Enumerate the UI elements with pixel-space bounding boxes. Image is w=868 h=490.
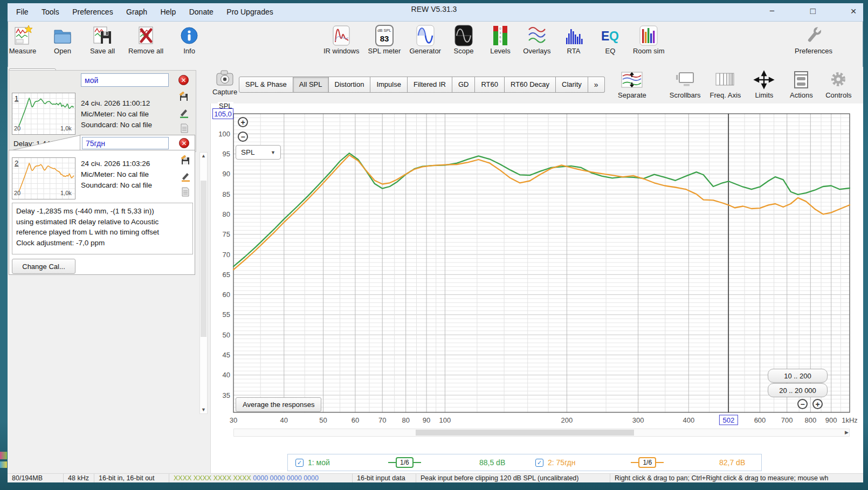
menu-donate[interactable]: Donate (184, 3, 219, 20)
trace-1-smoothing-badge[interactable]: 1/6 (388, 457, 421, 468)
measurement-1-soundcard: Soundcard: No cal file (81, 120, 152, 130)
eq-button[interactable]: EQ EQ (596, 25, 624, 55)
room-sim-button[interactable]: Room sim (633, 25, 665, 55)
menu-tools[interactable]: Tools (36, 3, 65, 20)
levels-icon: 0369 (488, 25, 513, 46)
actions-button[interactable]: Actions (787, 69, 815, 99)
measurement-2-number: 2 (15, 159, 18, 167)
svg-text:100: 100 (439, 416, 451, 424)
y-zoom-out-button[interactable]: − (238, 132, 248, 142)
scrollbars-button[interactable]: Scrollbars (670, 69, 701, 99)
freq-axis-button[interactable]: Freq. Axis (710, 69, 741, 99)
measure-button[interactable]: Measure (9, 25, 37, 55)
menu-pro-upgrades[interactable]: Pro Upgrades (221, 3, 278, 20)
button-label: Actions (790, 91, 813, 99)
save-all-button[interactable]: Save all (88, 25, 116, 55)
y-zoom-in-button[interactable]: + (238, 117, 248, 127)
scroll-down-icon[interactable]: ▼ (200, 406, 207, 413)
minimize-button[interactable]: − (760, 3, 784, 19)
graph-tabs: SPL & Phase All SPL Distortion Impulse F… (239, 77, 605, 93)
chart-scrollbar-thumb[interactable] (416, 430, 634, 436)
measurement-1-delete-button[interactable]: ✕ (178, 75, 189, 85)
x-zoom-in-button[interactable]: + (812, 399, 823, 409)
info-button[interactable]: Info (175, 25, 203, 55)
chart-horizontal-scrollbar[interactable] (233, 429, 850, 437)
trace-2-checkbox[interactable]: ✓ (535, 459, 543, 467)
trace-2-label: 2: 75гдн (548, 458, 576, 467)
tabs-overflow-button[interactable]: » (588, 77, 605, 93)
remove-all-button[interactable]: Remove all (128, 25, 163, 55)
capture-button[interactable]: Capture (211, 69, 239, 96)
svg-text:40: 40 (280, 416, 288, 424)
tab-clarity[interactable]: Clarity (556, 77, 588, 93)
tab-rt60[interactable]: RT60 (475, 77, 505, 93)
tab-filtered-ir[interactable]: Filtered IR (408, 77, 452, 93)
toolbar-label: Scope (454, 47, 474, 55)
tab-all-spl[interactable]: All SPL (293, 77, 329, 93)
close-button[interactable]: × (842, 3, 865, 19)
open-button[interactable]: Open (49, 25, 77, 55)
tab-spl-phase[interactable]: SPL & Phase (239, 77, 293, 93)
y-axis-max-input[interactable]: 105,0 (212, 108, 233, 119)
preferences-button[interactable]: Preferences (795, 25, 832, 55)
rta-button[interactable]: RTA (560, 25, 588, 55)
menu-file[interactable]: File (11, 3, 34, 20)
panel-scrollbar-thumb[interactable] (201, 181, 206, 337)
menu-help[interactable]: Help (155, 3, 181, 20)
svg-text:55: 55 (223, 310, 230, 319)
input-bits-zero: 0000 0000 0000 0000 (251, 474, 319, 482)
spl-meter-button[interactable]: dB SPL83 SPL meter (368, 25, 401, 55)
freq-range-20-20000-button[interactable]: 20 .. 20 000 (768, 383, 828, 397)
limits-button[interactable]: Limits (750, 69, 778, 99)
measurement-2-notes-icon[interactable] (180, 187, 191, 197)
measure-icon (10, 25, 35, 46)
measurement-1-notes-icon[interactable] (179, 123, 190, 134)
ir-windows-button[interactable]: IR windows (323, 25, 359, 55)
trace-type-dropdown[interactable]: SPL ▼ (236, 145, 281, 160)
measurement-1-trace-pen-icon[interactable] (178, 108, 189, 119)
scroll-right-icon[interactable]: ▶ (845, 429, 849, 436)
menu-graph[interactable]: Graph (121, 3, 153, 20)
tab-gd[interactable]: GD (452, 77, 476, 93)
desktop: File Tools Preferences Graph Help Donate… (0, 0, 868, 490)
overlays-button[interactable]: Overlays (523, 25, 551, 55)
svg-text:75: 75 (223, 230, 230, 238)
scroll-up-icon[interactable]: ▲ (200, 153, 207, 160)
window-title: REW V5.31.3 (411, 5, 457, 13)
trace-1-checkbox[interactable]: ✓ (295, 459, 304, 467)
tab-distortion[interactable]: Distortion (329, 77, 371, 93)
limits-arrows-icon (752, 69, 776, 91)
measurement-2-save-icon[interactable] (180, 155, 191, 166)
svg-text:E: E (601, 29, 609, 43)
tab-rt60-decay[interactable]: RT60 Decay (505, 77, 556, 93)
menu-preferences[interactable]: Preferences (67, 3, 118, 20)
toolbar-label: Levels (490, 47, 511, 55)
freq-range-10-200-button[interactable]: 10 .. 200 (768, 369, 828, 383)
measurement-1-save-icon[interactable] (178, 92, 189, 102)
average-responses-button[interactable]: Average the responses (236, 397, 321, 412)
measurement-2-delete-button[interactable]: ✕ (179, 138, 189, 148)
levels-button[interactable]: 0369 Levels (486, 25, 514, 55)
desktop-wallpaper-fragment (0, 461, 7, 468)
capture-label: Capture (212, 88, 237, 96)
open-folder-icon (50, 25, 75, 46)
measurement-1-name-input[interactable] (81, 73, 169, 87)
measurement-2-trace-pen-icon[interactable] (180, 171, 191, 182)
delay-line: Delay -1,2835 ms (-440 mm, -(1 ft 5,33 i… (16, 206, 189, 217)
controls-button[interactable]: Controls (824, 69, 852, 99)
measurement-2-name-input[interactable] (82, 137, 169, 149)
maximize-button[interactable]: □ (801, 3, 825, 19)
trace-2-smoothing-badge[interactable]: 1/6 (631, 457, 664, 468)
tab-impulse[interactable]: Impulse (370, 77, 408, 93)
legend-item-2: ✓ 2: 75гдн 1/6 82,7 dB (535, 457, 754, 468)
separate-button[interactable]: Separate (618, 69, 646, 99)
smoothing-value: 1/6 (396, 457, 414, 468)
scope-button[interactable]: Scope (450, 25, 478, 55)
change-cal-button[interactable]: Change Cal... (12, 259, 75, 274)
dropdown-value: SPL (241, 148, 255, 156)
generator-button[interactable]: Generator (409, 25, 441, 55)
toolbar-label: Open (54, 47, 71, 55)
thumbnail-axis-max: 1,0k (60, 125, 72, 132)
panel-scrollbar[interactable]: ▲ ▼ (199, 152, 208, 414)
x-zoom-out-button[interactable]: − (797, 399, 808, 409)
